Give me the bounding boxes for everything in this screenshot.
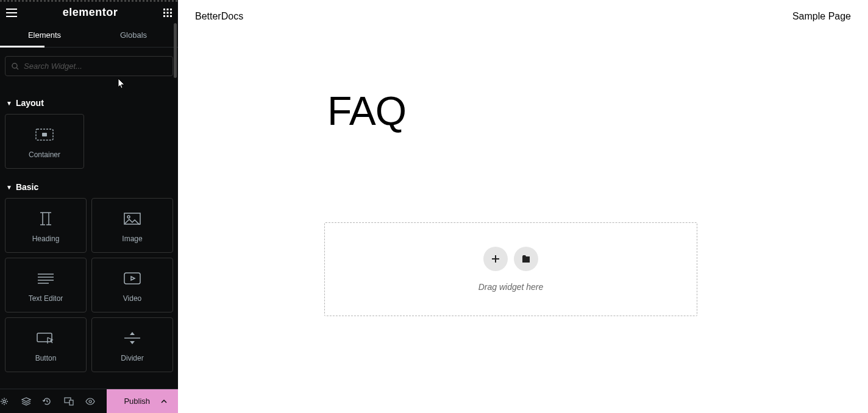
widget-image[interactable]: Image bbox=[91, 198, 173, 253]
container-icon bbox=[35, 126, 54, 143]
widget-label: Container bbox=[29, 150, 60, 159]
scrollbar[interactable] bbox=[174, 23, 177, 78]
video-icon bbox=[124, 270, 141, 287]
panel-tabs: Elements Globals bbox=[0, 23, 178, 48]
publish-label: Publish bbox=[124, 397, 150, 406]
widget-label: Heading bbox=[32, 235, 60, 243]
svg-rect-19 bbox=[124, 273, 140, 284]
svg-point-9 bbox=[12, 63, 17, 68]
menu-icon[interactable] bbox=[6, 9, 17, 17]
svg-point-22 bbox=[3, 400, 5, 403]
tab-globals[interactable]: Globals bbox=[89, 23, 178, 47]
svg-rect-4 bbox=[167, 12, 169, 13]
search-field[interactable] bbox=[24, 62, 166, 71]
publish-button[interactable]: Publish bbox=[107, 389, 178, 413]
divider-icon bbox=[124, 330, 140, 347]
settings-icon[interactable] bbox=[0, 397, 21, 406]
svg-rect-8 bbox=[170, 15, 172, 17]
category-basic[interactable]: ▼ Basic bbox=[5, 180, 173, 198]
drop-zone[interactable]: Drag widget here bbox=[324, 222, 697, 316]
heading-icon bbox=[38, 210, 54, 227]
text-editor-icon bbox=[38, 270, 54, 287]
site-header: BetterDocs Sample Page bbox=[178, 0, 868, 33]
apps-icon[interactable] bbox=[163, 9, 172, 17]
widget-video[interactable]: Video bbox=[91, 258, 173, 312]
history-icon[interactable] bbox=[43, 397, 64, 406]
nav-link-sample-page[interactable]: Sample Page bbox=[792, 11, 851, 22]
widget-divider[interactable]: Divider bbox=[91, 317, 173, 372]
add-section-button[interactable] bbox=[483, 247, 508, 271]
svg-rect-20 bbox=[37, 333, 52, 342]
image-icon bbox=[124, 210, 141, 227]
widget-label: Image bbox=[122, 235, 142, 243]
category-title: Basic bbox=[16, 182, 38, 192]
widget-label: Divider bbox=[121, 354, 143, 362]
svg-rect-5 bbox=[170, 12, 172, 13]
svg-rect-0 bbox=[163, 9, 165, 10]
chevron-up-icon[interactable] bbox=[161, 400, 167, 403]
svg-rect-6 bbox=[163, 15, 165, 17]
widget-label: Video bbox=[123, 294, 141, 303]
widget-text-editor[interactable]: Text Editor bbox=[5, 258, 87, 312]
panel-header: elementor bbox=[0, 2, 178, 23]
drop-hint: Drag widget here bbox=[478, 282, 544, 292]
svg-rect-7 bbox=[167, 15, 169, 17]
navigator-icon[interactable] bbox=[21, 397, 43, 406]
caret-down-icon: ▼ bbox=[6, 100, 12, 107]
category-title: Layout bbox=[16, 98, 44, 108]
svg-rect-3 bbox=[163, 12, 165, 13]
button-icon bbox=[37, 330, 55, 347]
widget-label: Button bbox=[35, 354, 57, 362]
add-template-button[interactable] bbox=[514, 247, 538, 271]
widget-button[interactable]: Button bbox=[5, 317, 87, 372]
sidebar: elementor Elements Globals ▼ Lay bbox=[0, 0, 178, 413]
search-input[interactable] bbox=[5, 56, 173, 76]
svg-rect-1 bbox=[167, 9, 169, 10]
svg-point-25 bbox=[89, 400, 91, 403]
svg-rect-12 bbox=[42, 133, 47, 136]
bottom-bar: Publish bbox=[0, 389, 178, 413]
tab-elements[interactable]: Elements bbox=[0, 23, 89, 47]
svg-point-14 bbox=[127, 216, 130, 218]
responsive-icon[interactable] bbox=[64, 397, 85, 406]
page-title: FAQ bbox=[327, 88, 719, 134]
widget-container[interactable]: Container bbox=[5, 114, 84, 169]
logo: elementor bbox=[63, 6, 118, 19]
category-layout[interactable]: ▼ Layout bbox=[5, 96, 173, 114]
nav-link-betterdocs[interactable]: BetterDocs bbox=[195, 11, 243, 22]
search-icon bbox=[12, 63, 19, 70]
svg-rect-24 bbox=[69, 400, 73, 405]
widget-panel: ▼ Layout Container ▼ Basic bbox=[0, 85, 178, 389]
widget-heading[interactable]: Heading bbox=[5, 198, 87, 253]
caret-down-icon: ▼ bbox=[6, 184, 12, 191]
widget-label: Text Editor bbox=[29, 294, 63, 303]
preview-icon[interactable] bbox=[85, 398, 107, 405]
preview-canvas[interactable]: BetterDocs Sample Page FAQ Drag widget h… bbox=[178, 0, 868, 413]
svg-rect-2 bbox=[170, 9, 172, 10]
svg-line-10 bbox=[16, 68, 18, 69]
